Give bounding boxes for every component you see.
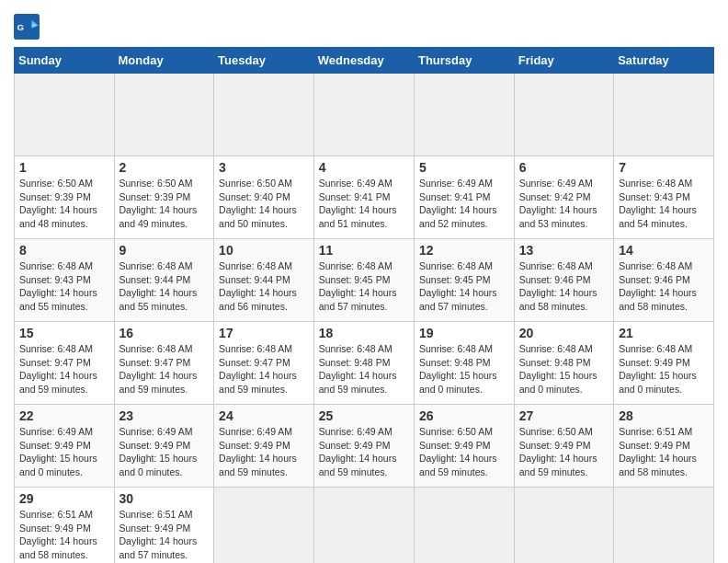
page-header: G [14,14,714,40]
calendar-day-cell: 6Sunrise: 6:49 AMSunset: 9:42 PMDaylight… [514,156,613,239]
day-info: Sunrise: 6:51 AMSunset: 9:49 PMDaylight:… [19,508,109,562]
calendar-day-cell: 9Sunrise: 6:48 AMSunset: 9:44 PMDaylight… [114,239,214,322]
day-of-week-header: Thursday [414,48,514,74]
day-number: 30 [119,491,210,506]
day-number: 29 [19,491,109,506]
day-info: Sunrise: 6:51 AMSunset: 9:49 PMDaylight:… [619,425,709,479]
calendar-day-cell: 8Sunrise: 6:48 AMSunset: 9:43 PMDaylight… [15,239,115,322]
day-info: Sunrise: 6:49 AMSunset: 9:49 PMDaylight:… [119,425,210,479]
day-number: 8 [19,243,109,258]
calendar-day-cell: 7Sunrise: 6:48 AMSunset: 9:43 PMDaylight… [614,156,714,239]
day-number: 20 [519,326,609,340]
calendar-day-cell: 23Sunrise: 6:49 AMSunset: 9:49 PMDayligh… [114,405,214,488]
day-of-week-header: Wednesday [313,48,414,74]
day-number: 11 [319,243,409,258]
day-number: 17 [219,326,309,340]
calendar-day-cell: 17Sunrise: 6:48 AMSunset: 9:47 PMDayligh… [214,322,314,405]
day-info: Sunrise: 6:50 AMSunset: 9:49 PMDaylight:… [419,425,509,479]
calendar-day-cell [514,74,613,156]
day-of-week-header: Friday [514,48,613,74]
day-number: 2 [119,160,210,175]
calendar-day-cell: 2Sunrise: 6:50 AMSunset: 9:39 PMDaylight… [114,156,214,239]
calendar-day-cell: 14Sunrise: 6:48 AMSunset: 9:46 PMDayligh… [614,239,714,322]
day-number: 4 [319,160,409,175]
day-number: 27 [519,408,609,423]
day-info: Sunrise: 6:48 AMSunset: 9:43 PMDaylight:… [19,259,109,314]
day-info: Sunrise: 6:50 AMSunset: 9:39 PMDaylight:… [119,177,210,231]
calendar-day-cell: 25Sunrise: 6:49 AMSunset: 9:49 PMDayligh… [313,405,414,488]
day-number: 19 [419,326,509,340]
day-info: Sunrise: 6:48 AMSunset: 9:48 PMDaylight:… [519,342,609,396]
day-info: Sunrise: 6:50 AMSunset: 9:39 PMDaylight:… [19,177,109,231]
day-number: 1 [19,160,109,175]
calendar-day-cell: 1Sunrise: 6:50 AMSunset: 9:39 PMDaylight… [15,156,115,239]
calendar-body: 1Sunrise: 6:50 AMSunset: 9:39 PMDaylight… [15,74,714,564]
day-info: Sunrise: 6:48 AMSunset: 9:43 PMDaylight:… [619,177,709,231]
day-number: 21 [619,326,709,340]
calendar-day-cell [15,74,115,156]
day-number: 13 [519,243,609,258]
calendar-day-cell [114,74,214,156]
day-info: Sunrise: 6:48 AMSunset: 9:49 PMDaylight:… [619,342,709,396]
day-number: 9 [119,243,210,258]
calendar-header-row: SundayMondayTuesdayWednesdayThursdayFrid… [15,48,714,74]
calendar-day-cell [614,488,714,564]
day-number: 10 [219,243,309,258]
calendar-day-cell [214,74,314,156]
day-info: Sunrise: 6:49 AMSunset: 9:49 PMDaylight:… [219,425,309,479]
day-of-week-header: Monday [114,48,214,74]
calendar-day-cell: 22Sunrise: 6:49 AMSunset: 9:49 PMDayligh… [15,405,115,488]
calendar-day-cell [614,74,714,156]
calendar-week-row: 29Sunrise: 6:51 AMSunset: 9:49 PMDayligh… [15,488,714,564]
day-number: 15 [19,326,109,340]
calendar-week-row: 1Sunrise: 6:50 AMSunset: 9:39 PMDaylight… [15,156,714,239]
day-number: 16 [119,326,210,340]
day-info: Sunrise: 6:49 AMSunset: 9:41 PMDaylight:… [419,177,509,231]
calendar-day-cell [214,488,314,564]
calendar-week-row [15,74,714,156]
calendar-day-cell: 21Sunrise: 6:48 AMSunset: 9:49 PMDayligh… [614,322,714,405]
day-info: Sunrise: 6:50 AMSunset: 9:40 PMDaylight:… [219,177,309,231]
logo: G [14,14,43,40]
day-info: Sunrise: 6:48 AMSunset: 9:48 PMDaylight:… [319,342,409,396]
day-of-week-header: Saturday [614,48,714,74]
day-info: Sunrise: 6:49 AMSunset: 9:42 PMDaylight:… [519,177,609,231]
calendar-day-cell: 4Sunrise: 6:49 AMSunset: 9:41 PMDaylight… [313,156,414,239]
day-number: 24 [219,408,309,423]
day-info: Sunrise: 6:48 AMSunset: 9:44 PMDaylight:… [119,259,210,314]
svg-text:G: G [17,22,25,32]
day-info: Sunrise: 6:49 AMSunset: 9:49 PMDaylight:… [319,425,409,479]
day-info: Sunrise: 6:49 AMSunset: 9:41 PMDaylight:… [319,177,409,231]
calendar-day-cell: 12Sunrise: 6:48 AMSunset: 9:45 PMDayligh… [414,239,514,322]
calendar-day-cell: 13Sunrise: 6:48 AMSunset: 9:46 PMDayligh… [514,239,613,322]
calendar-day-cell: 30Sunrise: 6:51 AMSunset: 9:49 PMDayligh… [114,488,214,564]
calendar-day-cell: 28Sunrise: 6:51 AMSunset: 9:49 PMDayligh… [614,405,714,488]
day-info: Sunrise: 6:48 AMSunset: 9:47 PMDaylight:… [19,342,109,396]
calendar-day-cell: 29Sunrise: 6:51 AMSunset: 9:49 PMDayligh… [15,488,115,564]
calendar-day-cell: 27Sunrise: 6:50 AMSunset: 9:49 PMDayligh… [514,405,613,488]
day-number: 18 [319,326,409,340]
day-of-week-header: Tuesday [214,48,314,74]
day-info: Sunrise: 6:49 AMSunset: 9:49 PMDaylight:… [19,425,109,479]
calendar-day-cell [514,488,613,564]
calendar-table: SundayMondayTuesdayWednesdayThursdayFrid… [14,47,714,563]
day-info: Sunrise: 6:51 AMSunset: 9:49 PMDaylight:… [119,508,210,562]
day-number: 25 [319,408,409,423]
day-info: Sunrise: 6:48 AMSunset: 9:47 PMDaylight:… [219,342,309,396]
day-number: 5 [419,160,509,175]
day-number: 6 [519,160,609,175]
day-info: Sunrise: 6:48 AMSunset: 9:44 PMDaylight:… [219,259,309,314]
calendar-day-cell: 19Sunrise: 6:48 AMSunset: 9:48 PMDayligh… [414,322,514,405]
day-number: 14 [619,243,709,258]
day-info: Sunrise: 6:48 AMSunset: 9:46 PMDaylight:… [619,259,709,314]
day-info: Sunrise: 6:48 AMSunset: 9:45 PMDaylight:… [419,259,509,314]
calendar-day-cell: 10Sunrise: 6:48 AMSunset: 9:44 PMDayligh… [214,239,314,322]
calendar-day-cell [414,74,514,156]
day-info: Sunrise: 6:48 AMSunset: 9:48 PMDaylight:… [419,342,509,396]
calendar-day-cell: 18Sunrise: 6:48 AMSunset: 9:48 PMDayligh… [313,322,414,405]
calendar-day-cell: 16Sunrise: 6:48 AMSunset: 9:47 PMDayligh… [114,322,214,405]
calendar-day-cell: 20Sunrise: 6:48 AMSunset: 9:48 PMDayligh… [514,322,613,405]
day-number: 22 [19,408,109,423]
day-number: 26 [419,408,509,423]
calendar-day-cell: 5Sunrise: 6:49 AMSunset: 9:41 PMDaylight… [414,156,514,239]
